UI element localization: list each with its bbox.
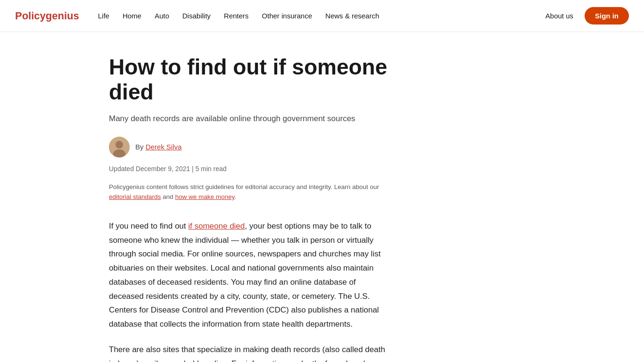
svg-point-1	[116, 141, 123, 148]
someone-died-link[interactable]: if someone died	[188, 222, 245, 230]
nav-links: LifeHomeAutoDisabilityRentersOther insur…	[98, 12, 545, 20]
how-we-make-money-link[interactable]: how we make money	[175, 193, 234, 200]
nav-link-life[interactable]: Life	[98, 12, 109, 20]
article-subtitle: Many death records are available online …	[109, 114, 392, 123]
article-body: If you need to find out if someone died,…	[109, 219, 392, 362]
article-title: How to find out if someone died	[109, 55, 392, 105]
editorial-notice: Policygenius content follows strict guid…	[109, 182, 392, 202]
meta-row: Updated December 9, 2021 | 5 min read	[109, 165, 535, 173]
nav-link-renters[interactable]: Renters	[224, 12, 249, 20]
about-us-link[interactable]: About us	[545, 12, 573, 20]
nav-link-disability[interactable]: Disability	[182, 12, 211, 20]
article-paragraph-2: There are also sites that specialize in …	[109, 343, 392, 362]
nav-link-other-insurance[interactable]: Other insurance	[262, 12, 312, 20]
nav-link-home[interactable]: Home	[123, 12, 141, 20]
navbar: Policygenius LifeHomeAutoDisabilityRente…	[0, 0, 644, 32]
author-by-label: By Derek Silva	[135, 143, 182, 151]
nav-right: About us Sign in	[545, 7, 629, 25]
author-row: By Derek Silva	[109, 137, 535, 157]
logo-genius: genius	[46, 10, 79, 22]
nav-link-auto[interactable]: Auto	[155, 12, 169, 20]
logo-policy: Policy	[15, 10, 46, 22]
logo[interactable]: Policygenius	[15, 10, 79, 22]
article-paragraph-1: If you need to find out if someone died,…	[109, 219, 392, 331]
author-name-link[interactable]: Derek Silva	[146, 143, 182, 151]
nav-link-news-research[interactable]: News & research	[325, 12, 379, 20]
editorial-standards-link[interactable]: editorial standards	[109, 193, 161, 200]
content-area: How to find out if someone died Many dea…	[86, 32, 558, 362]
avatar	[109, 137, 130, 157]
avatar-image	[109, 137, 130, 157]
signin-button[interactable]: Sign in	[585, 7, 629, 25]
